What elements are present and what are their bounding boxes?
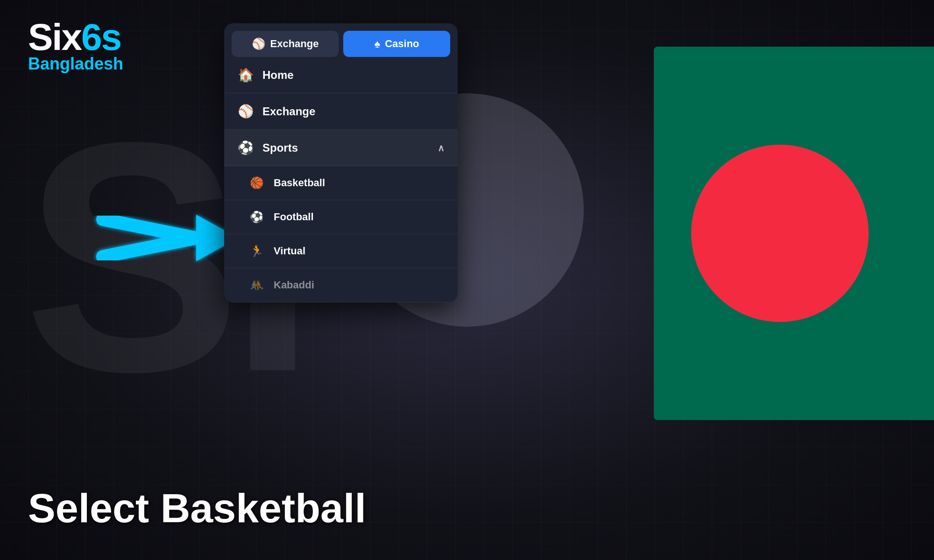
exchange-icon: ⚾ [252,37,266,50]
home-icon: 🏠 [237,67,254,83]
arrow-pointer [93,205,243,271]
football-icon: ⚽ [248,210,265,224]
menu-item-basketball[interactable]: 🏀 Basketball [224,166,458,200]
virtual-icon: 🏃 [248,245,265,258]
bangladesh-flag [654,47,934,420]
bottom-text: Select Basketball [28,484,366,532]
sports-icon: ⚽ [237,140,254,155]
menu-item-kabaddi[interactable]: 🤼 Kabaddi [224,268,458,302]
casino-icon: ♠ [374,37,380,50]
menu-item-football[interactable]: ⚽ Football [224,200,458,234]
tab-casino[interactable]: ♠ Casino [343,31,450,57]
menu-item-virtual[interactable]: 🏃 Virtual [224,234,458,268]
menu-item-home[interactable]: 🏠 Home [224,57,458,93]
sports-chevron-icon: ∧ [438,142,445,154]
tab-bar: ⚾ Exchange ♠ Casino [224,23,458,57]
logo: Six6s Bangladesh [28,19,123,74]
menu-panel: ⚾ Exchange ♠ Casino 🏠 Home ⚾ Exchange ⚽ … [224,23,458,302]
basketball-icon: 🏀 [248,176,265,189]
kabaddi-label: Kabaddi [274,279,445,291]
logo-6s: 6s [81,16,121,58]
virtual-label: Virtual [274,245,445,257]
menu-item-sports[interactable]: ⚽ Sports ∧ [224,130,458,166]
tab-casino-label: Casino [385,38,419,50]
football-label: Football [274,211,445,223]
tab-exchange-label: Exchange [270,38,319,50]
menu-items-list: 🏠 Home ⚾ Exchange ⚽ Sports ∧ 🏀 Basketbal… [224,57,458,302]
basketball-label: Basketball [274,177,445,189]
tab-exchange[interactable]: ⚾ Exchange [232,31,339,57]
logo-sub: Bangladesh [28,54,123,74]
flag-red-circle [691,145,869,322]
menu-item-exchange[interactable]: ⚾ Exchange [224,93,458,130]
sports-label: Sports [262,141,429,154]
logo-brand: Six6s [28,19,123,56]
exchange-menu-label: Exchange [262,105,445,118]
exchange-menu-icon: ⚾ [237,104,254,119]
home-label: Home [262,69,445,82]
kabaddi-icon: 🤼 [248,279,265,292]
logo-six: Six [28,16,81,58]
